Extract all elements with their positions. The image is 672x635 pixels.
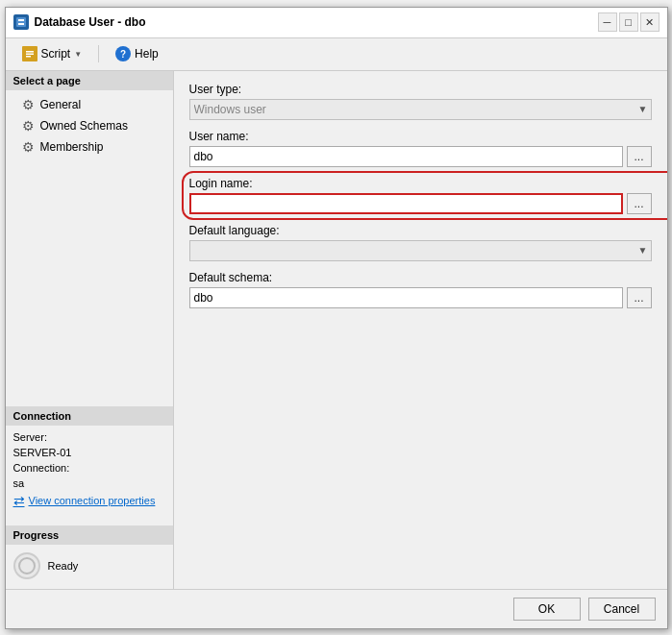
bottom-bar: OK Cancel (6, 589, 667, 628)
help-icon: ? (115, 46, 131, 61)
svg-rect-5 (26, 54, 34, 56)
user-name-group: User name: ... (189, 130, 652, 167)
minimize-button[interactable]: ─ (598, 12, 617, 32)
ok-button[interactable]: OK (513, 598, 581, 621)
server-value: SERVER-01 (6, 445, 173, 460)
login-name-input[interactable] (189, 193, 623, 214)
title-bar-text: Database User - dbo (35, 15, 598, 29)
connection-header: Connection (6, 406, 173, 426)
sidebar: Select a page ⚙ General ⚙ Owned Schemas … (6, 71, 174, 589)
progress-header: Progress (6, 525, 173, 545)
user-type-select[interactable]: Windows user (189, 99, 652, 120)
default-language-select-wrapper[interactable]: ▼ (189, 240, 652, 261)
connection-label: Connection: (6, 460, 173, 476)
user-type-select-wrapper[interactable]: Windows user ▼ (189, 99, 652, 120)
user-type-group: User type: Windows user ▼ (189, 83, 652, 120)
svg-rect-0 (16, 17, 26, 27)
sidebar-item-general-label: General (40, 98, 82, 111)
main-content: Select a page ⚙ General ⚙ Owned Schemas … (6, 71, 667, 589)
login-name-row: ... (189, 193, 652, 214)
login-name-label: Login name: (189, 177, 652, 190)
script-label: Script (41, 47, 71, 61)
title-bar: Database User - dbo ─ □ ✕ (6, 8, 667, 38)
svg-point-7 (19, 558, 35, 574)
default-schema-group: Default schema: ... (189, 271, 652, 308)
owned-schemas-icon: ⚙ (21, 118, 37, 134)
svg-rect-4 (26, 51, 34, 53)
sidebar-item-owned-schemas-label: Owned Schemas (40, 119, 128, 133)
script-dropdown-arrow: ▼ (74, 50, 82, 59)
help-button[interactable]: ? Help (107, 42, 167, 65)
sidebar-item-general[interactable]: ⚙ General (6, 94, 173, 115)
maximize-button[interactable]: □ (619, 12, 638, 32)
dialog-window: Database User - dbo ─ □ ✕ Script ▼ ? Hel… (5, 7, 668, 629)
progress-item: Ready (6, 550, 173, 581)
user-type-row: Windows user ▼ (189, 99, 652, 120)
default-schema-input[interactable] (189, 287, 623, 308)
svg-rect-2 (18, 23, 24, 25)
default-language-label: Default language: (189, 224, 652, 237)
title-bar-controls: ─ □ ✕ (598, 12, 660, 32)
general-icon: ⚙ (21, 97, 37, 112)
user-name-input[interactable] (189, 146, 623, 167)
help-label: Help (135, 47, 159, 61)
main-panel: User type: Windows user ▼ User name: ... (174, 71, 667, 589)
title-bar-icon (13, 14, 29, 30)
sidebar-item-membership-label: Membership (40, 140, 104, 154)
server-label: Server: (6, 429, 173, 445)
default-schema-label: Default schema: (189, 271, 652, 284)
progress-circle (13, 552, 40, 579)
script-icon (22, 46, 37, 61)
script-button[interactable]: Script ▼ (13, 42, 91, 65)
connection-value: sa (6, 476, 173, 491)
membership-icon: ⚙ (21, 139, 37, 155)
sidebar-item-membership[interactable]: ⚙ Membership (6, 136, 173, 158)
user-type-label: User type: (189, 83, 652, 96)
user-name-label: User name: (189, 130, 652, 143)
progress-status: Ready (48, 560, 79, 572)
sidebar-item-owned-schemas[interactable]: ⚙ Owned Schemas (6, 115, 173, 136)
toolbar: Script ▼ ? Help (6, 38, 667, 71)
connection-icon: ⇄ (13, 493, 25, 508)
view-connection-link[interactable]: ⇄ View connection properties (6, 491, 173, 510)
default-language-group: Default language: ▼ (189, 224, 652, 261)
user-name-browse-button[interactable]: ... (627, 146, 652, 167)
svg-rect-6 (26, 56, 31, 58)
default-language-select[interactable] (189, 240, 652, 261)
cancel-button[interactable]: Cancel (588, 598, 656, 621)
default-schema-browse-button[interactable]: ... (627, 287, 652, 308)
default-schema-row: ... (189, 287, 652, 308)
login-name-group: Login name: ... (189, 177, 652, 214)
user-name-row: ... (189, 146, 652, 167)
close-button[interactable]: ✕ (640, 12, 660, 32)
svg-rect-1 (18, 19, 24, 21)
toolbar-separator (98, 45, 99, 62)
login-name-browse-button[interactable]: ... (627, 193, 652, 214)
select-page-header: Select a page (6, 71, 173, 90)
default-language-row: ▼ (189, 240, 652, 261)
